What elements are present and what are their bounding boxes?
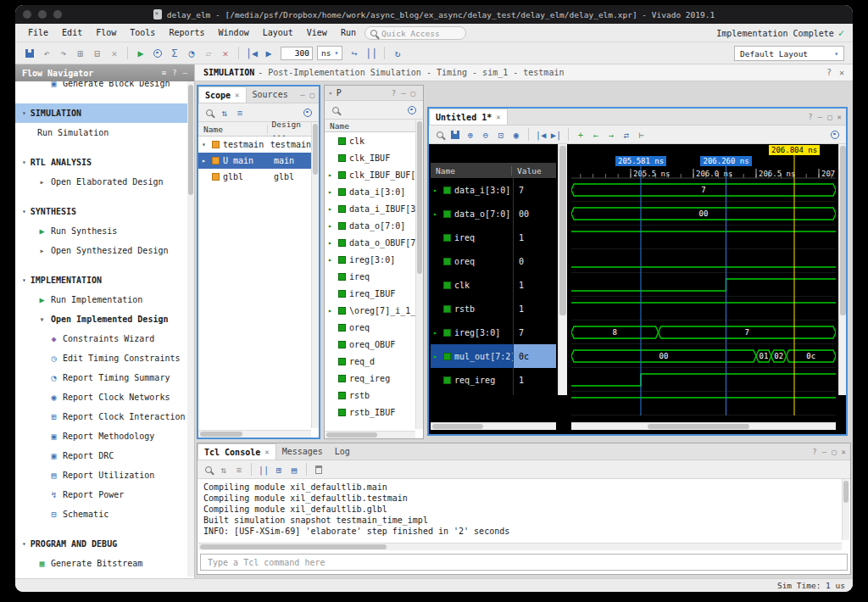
zoom-in-icon[interactable]: ⊕ <box>464 128 477 142</box>
tcl-tab-log[interactable]: Log <box>329 443 356 460</box>
scope-vscrollbar[interactable] <box>311 122 319 428</box>
wave-signal-oreq[interactable]: oreq <box>431 249 513 273</box>
scope-row-glbl[interactable]: glblglbl <box>198 169 311 185</box>
scope-tab-scope[interactable]: Scope✕ <box>198 86 247 103</box>
flow-item-report-clock-networks[interactable]: ◉Report Clock Networks <box>15 387 187 407</box>
flow-item-report-utilization[interactable]: ▤Report Utilization <box>15 465 187 485</box>
flow-item-edit-timing-constraints[interactable]: ◷Edit Timing Constraints <box>15 348 187 368</box>
minimize-icon[interactable]: – <box>183 69 187 77</box>
tree-expand-icon[interactable]: ▸ <box>328 205 335 213</box>
tree-expand-icon[interactable]: ▸ <box>328 256 335 264</box>
scrollbar-thumb[interactable] <box>432 424 483 429</box>
flow-item-schematic[interactable]: ⊟Schematic <box>15 504 187 524</box>
pause-icon[interactable]: || <box>364 46 379 61</box>
wave-signal-data-i-3-0[interactable]: ▸data_i[3:0] <box>431 178 513 202</box>
object-clk-ibuf[interactable]: clk_IBUF <box>325 149 415 166</box>
save-waveform-icon[interactable] <box>448 128 462 142</box>
clear-console-icon[interactable] <box>312 463 326 477</box>
wave-plot-vscrollbar[interactable] <box>838 144 846 395</box>
undo-icon[interactable]: ↶ <box>39 46 54 61</box>
previous-transition-icon[interactable]: |◀ <box>534 128 548 142</box>
flow-item-run-simulation[interactable]: Run Simulation <box>15 123 187 142</box>
flow-item-report-methodology[interactable]: ▣Report Methodology <box>15 426 187 446</box>
flow-section-synthesis[interactable]: ▾SYNTHESIS <box>15 202 187 221</box>
menu-item-file[interactable]: File <box>22 28 54 37</box>
help-icon[interactable]: ? <box>172 69 176 77</box>
object-oreg-7-i-1[interactable]: ▸\oreg[7]_i_1_ <box>325 302 415 319</box>
restart-simulation-icon[interactable]: |◀ <box>244 46 259 61</box>
expand-all-icon[interactable]: ≡ <box>233 106 247 120</box>
settings-gear-icon[interactable] <box>150 46 165 61</box>
gear-icon[interactable] <box>408 106 416 114</box>
flow-item-generate-block-design[interactable]: ▣Generate Block Design <box>15 81 187 93</box>
collapse-all-icon[interactable]: ⇅ <box>218 106 231 120</box>
menu-item-window[interactable]: Window <box>213 28 255 37</box>
time-unit-select[interactable]: ns ▾ <box>317 46 342 60</box>
tree-expand-icon[interactable]: ▸ <box>433 187 440 194</box>
wave-signal-clk[interactable]: clk <box>431 273 513 297</box>
wave-name-column-header[interactable]: Name <box>431 166 512 176</box>
add-marker-icon[interactable]: + <box>574 128 587 142</box>
flow-navigator-scrollbar[interactable] <box>187 81 194 577</box>
zoom-out-icon[interactable]: ⊖ <box>479 128 492 142</box>
tree-expand-icon[interactable]: ▸ <box>328 222 335 230</box>
open-file-icon[interactable] <box>22 46 37 61</box>
run-all-icon[interactable]: ▶ <box>261 46 276 61</box>
object-req-ireg[interactable]: req_ireg <box>325 370 415 387</box>
wave-signal-req-d[interactable]: req_d <box>431 392 513 395</box>
wave-names-hscrollbar[interactable] <box>431 422 556 430</box>
scrollbar-thumb[interactable] <box>840 146 846 315</box>
flow-section-program-and-debug[interactable]: ▾PROGRAM AND DEBUG <box>15 534 187 554</box>
wave-plot[interactable]: 205.5 ns206.0 ns206.5 ns207.0 ns70087000… <box>571 144 836 415</box>
wave-names-vscrollbar[interactable] <box>558 144 567 395</box>
close-icon[interactable]: ✕ <box>837 113 842 121</box>
minimize-icon[interactable]: – <box>822 448 826 456</box>
help-icon[interactable]: ? <box>826 68 832 77</box>
relaunch-simulation-icon[interactable]: ↻ <box>390 46 405 61</box>
flow-item-run-synthesis[interactable]: ▶Run Synthesis <box>15 221 187 241</box>
tree-expand-icon[interactable]: ▸ <box>328 188 335 196</box>
scope-column-name[interactable]: Name <box>198 125 268 134</box>
scope-row-u-main[interactable]: ▸U_mainmain <box>198 153 311 169</box>
search-icon[interactable] <box>433 128 447 142</box>
next-edge-icon[interactable]: → <box>604 128 618 142</box>
menu-item-reports[interactable]: Reports <box>163 28 210 37</box>
scrollbar-thumb[interactable] <box>326 432 377 438</box>
copy-icon[interactable]: ⊞ <box>73 46 88 61</box>
wave-signal-ireq[interactable]: ireq <box>431 226 513 249</box>
tcl-command-input[interactable] <box>206 557 842 568</box>
minimize-window-button[interactable] <box>38 10 47 19</box>
menu-item-flow[interactable]: Flow <box>90 28 122 37</box>
flow-item-constraints-wizard[interactable]: ◆Constraints Wizard <box>15 329 187 348</box>
object-data-o-obuf-7[interactable]: ▸data_o_OBUF[7 <box>325 234 415 251</box>
flow-item-generate-bitstream[interactable]: ▦Generate Bitstream <box>15 554 187 573</box>
tree-expand-icon[interactable]: ▸ <box>433 329 440 337</box>
menu-icon[interactable]: ≡ <box>162 69 166 77</box>
tree-expand-icon[interactable]: ▸ <box>433 210 440 218</box>
flow-item-report-drc[interactable]: ▣Report DRC <box>15 446 187 465</box>
pause-output-icon[interactable]: || <box>257 463 270 477</box>
wave-signal-ireg-3-0[interactable]: ▸ireg[3:0] <box>431 321 513 344</box>
dashboard-icon[interactable]: ◔ <box>184 46 199 61</box>
scrollbar-thumb[interactable] <box>559 146 566 315</box>
tree-expand-icon[interactable]: ▸ <box>433 353 440 360</box>
paste-icon[interactable]: ⊟ <box>90 46 105 61</box>
object-oreq[interactable]: oreq <box>325 319 415 336</box>
flow-item-run-implementation[interactable]: ▶Run Implementation <box>15 290 187 309</box>
search-icon[interactable] <box>329 103 342 117</box>
scope-tab-sources[interactable]: Sources <box>247 86 294 103</box>
previous-edge-icon[interactable]: ← <box>589 128 603 142</box>
gear-icon[interactable] <box>303 109 312 117</box>
zoom-fit-icon[interactable]: ⊡ <box>494 128 508 142</box>
wave-signal-mul-out-7-2[interactable]: ▸mul_out[7:2] <box>431 344 513 368</box>
float-icon[interactable]: ▢ <box>832 448 836 456</box>
object-data-i-3-0[interactable]: ▸data_i[3:0] <box>325 183 415 200</box>
wave-plot-hscrollbar[interactable] <box>571 422 836 430</box>
object-oreq-obuf[interactable]: oreq_OBUF <box>325 336 415 353</box>
object-rstb-ibuf[interactable]: rstb_IBUF <box>325 404 415 421</box>
menu-item-layout[interactable]: Layout <box>257 28 299 37</box>
objects-vscrollbar[interactable] <box>415 120 423 429</box>
tree-expand-icon[interactable]: ▾ <box>202 141 209 148</box>
zoom-to-cursor-icon[interactable]: ◉ <box>509 128 523 142</box>
cursor-badge[interactable]: 206.804 ns <box>769 145 820 155</box>
